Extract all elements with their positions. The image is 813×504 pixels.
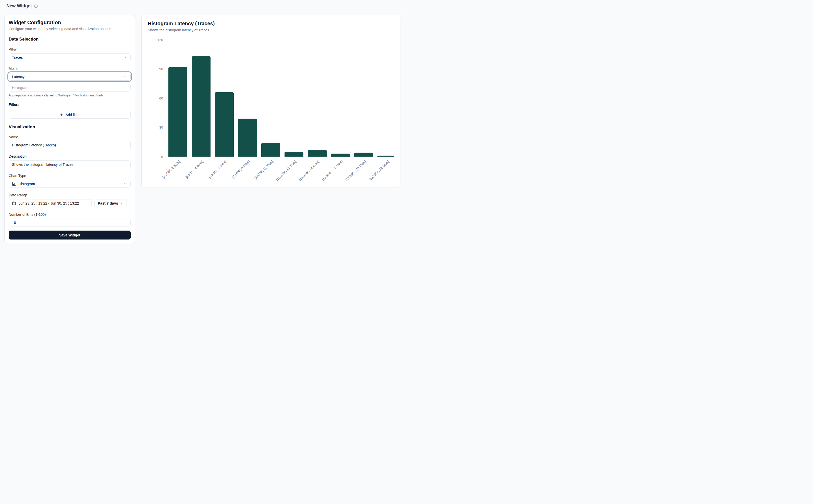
aggregation-select-value: Histogram (12, 86, 28, 90)
histogram-bar (215, 92, 234, 157)
add-filter-button[interactable]: Add filter (9, 111, 131, 119)
histogram-bar (377, 156, 394, 157)
x-axis-tick-label: [2.807K, 4.804K] (185, 160, 204, 179)
x-axis-tick-label: [11.378K, 13.079K] (275, 160, 297, 181)
chart-type-label: Chart Type (9, 174, 131, 178)
chart-subtitle: Shows the histogram latency of Traces (148, 28, 394, 32)
x-axis-tick-label: [4.804K, 7.199K] (208, 160, 227, 179)
chart-area: 0306090120[1.162K, 2.807K][2.807K, 4.804… (148, 34, 394, 184)
x-axis-tick-label: [14.626K, 17.366K] (322, 160, 344, 182)
info-icon[interactable] (34, 4, 38, 8)
config-subtitle: Configure your widget by selecting data … (9, 27, 131, 31)
name-input[interactable] (9, 141, 131, 149)
visualization-heading: Visualization (9, 124, 131, 130)
aggregation-helper-text: Aggregation is automatically set to "his… (9, 94, 131, 97)
view-select[interactable]: Traces (9, 53, 131, 61)
config-title: Widget Configuration (9, 20, 131, 26)
date-range-button[interactable]: Jun 23, 25 : 13:22 - Jun 30, 25 : 13:22 (9, 199, 92, 207)
chevron-down-icon (123, 75, 127, 79)
x-axis-tick-label: [17.366K, 20.756K] (345, 160, 367, 182)
histogram-bar (168, 67, 187, 157)
main-content: Widget Configuration Configure your widg… (0, 12, 406, 244)
widget-configuration-panel: Widget Configuration Configure your widg… (4, 15, 135, 244)
histogram-bar (238, 119, 257, 157)
histogram-bar (284, 152, 303, 157)
date-range-label: Date Range (9, 193, 131, 197)
add-filter-label: Add filter (66, 113, 80, 117)
metric-label: Metric (9, 67, 131, 71)
histogram-bar (261, 143, 280, 157)
metric-select[interactable]: Latency (9, 73, 131, 81)
date-preset-value: Past 7 days (98, 201, 118, 205)
x-axis-tick-label: [1.162K, 2.807K] (161, 160, 181, 179)
data-selection-heading: Data Selection (9, 37, 131, 42)
histogram-chart: 0306090120[1.162K, 2.807K][2.807K, 4.804… (148, 34, 394, 183)
histogram-bar (308, 150, 326, 157)
chevron-down-icon (123, 86, 127, 90)
y-axis-tick-label: 0 (161, 155, 163, 159)
page-header: New Widget (0, 0, 406, 12)
description-input[interactable] (9, 160, 131, 168)
chart-type-select-value: Histogram (19, 182, 35, 186)
page-title: New Widget (6, 3, 32, 9)
plus-icon (60, 113, 63, 117)
histogram-bar (354, 153, 373, 157)
y-axis-tick-label: 30 (159, 125, 163, 129)
histogram-chart-icon (12, 182, 16, 186)
view-select-value: Traces (12, 55, 23, 59)
histogram-bar (331, 154, 350, 157)
x-axis-tick-label: [20.756K, 22.148K] (368, 160, 390, 182)
y-axis-tick-label: 90 (159, 67, 163, 71)
x-axis-tick-label: [7.199K, 9.433K] (231, 160, 250, 179)
chart-type-select[interactable]: Histogram (9, 180, 131, 188)
filters-label: Filters (9, 103, 131, 107)
bins-label: Number of Bins (1-100) (9, 212, 131, 217)
calendar-icon (12, 201, 16, 205)
y-axis-tick-label: 60 (159, 96, 163, 100)
chevron-down-icon (120, 201, 123, 205)
date-range-value: Jun 23, 25 : 13:22 - Jun 30, 25 : 13:22 (19, 201, 79, 205)
bins-input[interactable] (9, 219, 131, 226)
description-label: Description (9, 154, 131, 158)
chart-preview-panel: Histogram Latency (Traces) Shows the his… (141, 15, 400, 187)
date-preset-select[interactable]: Past 7 days (94, 199, 127, 207)
y-axis-tick-label: 120 (157, 38, 163, 42)
chevron-down-icon (123, 55, 127, 59)
save-widget-button[interactable]: Save Widget (9, 231, 131, 240)
chevron-down-icon (123, 182, 127, 186)
histogram-bar (192, 56, 210, 157)
name-label: Name (9, 135, 131, 139)
metric-select-value: Latency (12, 75, 24, 79)
aggregation-select: Histogram (9, 84, 131, 92)
chart-title: Histogram Latency (Traces) (148, 21, 394, 27)
view-label: View (9, 47, 131, 51)
x-axis-tick-label: [9.433K, 11.378K] (253, 160, 274, 180)
x-axis-tick-label: [13.079K, 14.626K] (298, 160, 320, 182)
